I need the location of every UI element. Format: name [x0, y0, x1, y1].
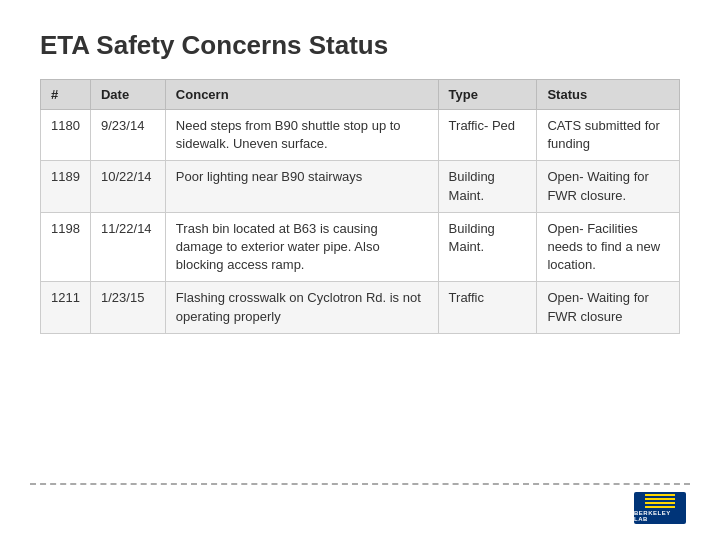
logo-line	[645, 506, 675, 508]
logo-line	[645, 494, 675, 496]
logo-text: BERKELEY LAB	[634, 510, 686, 522]
logo-area: BERKELEY LAB	[630, 488, 690, 528]
berkeley-lab-logo: BERKELEY LAB	[634, 492, 686, 524]
cell-concern: Poor lighting near B90 stairways	[165, 161, 438, 212]
table-row: 1211 1/23/15 Flashing crosswalk on Cyclo…	[41, 282, 680, 333]
table-row: 1180 9/23/14 Need steps from B90 shuttle…	[41, 110, 680, 161]
cell-concern: Need steps from B90 shuttle stop up to s…	[165, 110, 438, 161]
page-title: ETA Safety Concerns Status	[40, 30, 680, 61]
cell-status: Open- Waiting for FWR closure.	[537, 161, 680, 212]
cell-concern: Flashing crosswalk on Cyclotron Rd. is n…	[165, 282, 438, 333]
cell-date: 10/22/14	[90, 161, 165, 212]
bottom-divider	[30, 483, 690, 485]
cell-status: Open- Facilities needs to find a new loc…	[537, 212, 680, 282]
table-row: 1189 10/22/14 Poor lighting near B90 sta…	[41, 161, 680, 212]
logo-line	[645, 502, 675, 504]
cell-num: 1211	[41, 282, 91, 333]
header-type: Type	[438, 80, 537, 110]
cell-status: CATS submitted for funding	[537, 110, 680, 161]
header-row: # Date Concern Type Status	[41, 80, 680, 110]
logo-line	[645, 498, 675, 500]
cell-concern: Trash bin located at B63 is causing dama…	[165, 212, 438, 282]
cell-num: 1189	[41, 161, 91, 212]
concerns-table: # Date Concern Type Status 1180 9/23/14 …	[40, 79, 680, 334]
header-num: #	[41, 80, 91, 110]
cell-num: 1198	[41, 212, 91, 282]
cell-status: Open- Waiting for FWR closure	[537, 282, 680, 333]
cell-type: Building Maint.	[438, 212, 537, 282]
table-body: 1180 9/23/14 Need steps from B90 shuttle…	[41, 110, 680, 334]
header-date: Date	[90, 80, 165, 110]
header-status: Status	[537, 80, 680, 110]
page: ETA Safety Concerns Status # Date Concer…	[0, 0, 720, 540]
cell-date: 11/22/14	[90, 212, 165, 282]
cell-type: Traffic	[438, 282, 537, 333]
logo-lines	[645, 494, 675, 508]
cell-date: 1/23/15	[90, 282, 165, 333]
header-concern: Concern	[165, 80, 438, 110]
cell-date: 9/23/14	[90, 110, 165, 161]
table-row: 1198 11/22/14 Trash bin located at B63 i…	[41, 212, 680, 282]
cell-type: Traffic- Ped	[438, 110, 537, 161]
table-header: # Date Concern Type Status	[41, 80, 680, 110]
cell-num: 1180	[41, 110, 91, 161]
cell-type: Building Maint.	[438, 161, 537, 212]
